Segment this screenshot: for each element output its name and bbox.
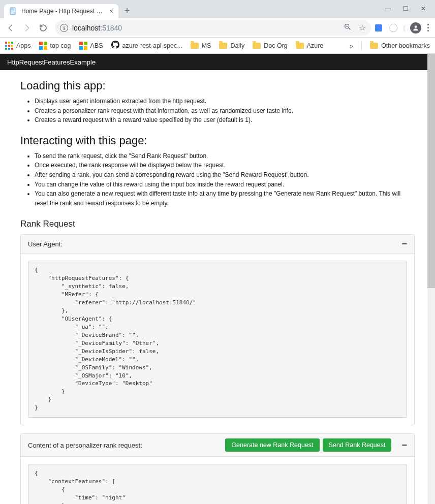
folder-icon	[253, 43, 261, 49]
svg-line-5	[349, 28, 350, 29]
folder-icon	[219, 43, 227, 49]
code-block-user-agent: { "httpRequestFeatures": { "_synthetic":…	[28, 261, 407, 418]
extension-icon[interactable]	[389, 24, 397, 32]
microsoft-icon	[79, 42, 87, 50]
bookmarks-bar: Apps top cog ABS azure-rest-api-spec... …	[0, 38, 435, 54]
folder-icon	[296, 43, 304, 49]
separator	[361, 41, 362, 50]
panel-header[interactable]: Content of a personalizer rank request: …	[21, 434, 414, 457]
bm-ms[interactable]: MS	[191, 42, 211, 49]
folder-icon	[191, 43, 199, 49]
bookmarks-overflow-icon[interactable]: »	[349, 42, 353, 50]
bm-label: top cog	[50, 42, 71, 49]
rank-request-heading: Rank Request	[20, 219, 415, 229]
url-text: localhost:51840	[72, 24, 339, 32]
address-bar[interactable]: i localhost:51840 ☆	[55, 20, 371, 36]
collapse-icon[interactable]: −	[401, 440, 407, 450]
close-window-icon[interactable]: ✕	[421, 5, 426, 12]
close-icon[interactable]: ×	[109, 8, 113, 15]
bm-doc-org[interactable]: Doc Org	[253, 42, 288, 49]
bm-other-bookmarks[interactable]: Other bookmarks	[370, 42, 430, 49]
separator: |	[403, 24, 405, 32]
window-controls: — ☐ ✕	[385, 5, 431, 18]
minimize-icon[interactable]: —	[385, 5, 391, 12]
generate-rank-button[interactable]: Generate new Rank Request	[225, 438, 319, 452]
maximize-icon[interactable]: ☐	[403, 5, 409, 12]
bm-azure[interactable]: Azure	[296, 42, 324, 49]
page-viewport: HttpRequestFeaturesExample Loading this …	[0, 54, 435, 504]
interacting-list: To send the rank request, click the "Sen…	[20, 151, 415, 208]
app-title: HttpRequestFeaturesExample	[7, 58, 96, 66]
svg-point-7	[415, 25, 417, 28]
list-item: You can also generate a new request with…	[35, 189, 415, 208]
app-header-bar: HttpRequestFeaturesExample	[0, 54, 435, 70]
list-item: Displays user agent information extracte…	[35, 97, 415, 106]
apps-shortcut[interactable]: Apps	[5, 42, 31, 50]
bm-label: Doc Org	[264, 42, 288, 49]
bm-top-cog[interactable]: top cog	[39, 42, 71, 50]
reader-extension-icon[interactable]	[375, 24, 382, 32]
bookmark-star-icon[interactable]: ☆	[359, 23, 366, 33]
code-block-rank-request: { "contextFeatures": [ { "time": "night"…	[28, 464, 407, 504]
list-item: You can change the value of this reward …	[35, 180, 415, 190]
scrollbar-track[interactable]	[427, 54, 435, 504]
tab-title: Home Page - Http Request Featu	[21, 8, 105, 15]
browser-chrome: Home Page - Http Request Featu × + — ☐ ✕…	[0, 0, 435, 54]
github-icon	[111, 41, 119, 50]
panel-actions: Generate new Rank Request Send Rank Requ…	[225, 438, 407, 452]
microsoft-icon	[39, 42, 47, 50]
profile-avatar-icon[interactable]	[410, 22, 421, 34]
forward-button[interactable]	[19, 20, 35, 36]
panel-user-agent: User Agent: − { "httpRequestFeatures": {…	[20, 234, 415, 425]
bm-label: ABS	[90, 42, 103, 49]
bm-daily[interactable]: Daily	[219, 42, 244, 49]
menu-kebab-icon[interactable]	[427, 24, 429, 32]
tab-favicon	[9, 7, 17, 15]
panel-header[interactable]: User Agent: −	[21, 235, 414, 254]
bm-label: Azure	[307, 42, 324, 49]
new-tab-button[interactable]: +	[118, 6, 133, 18]
svg-rect-3	[11, 11, 14, 11]
send-rank-button[interactable]: Send Rank Request	[323, 438, 392, 452]
panel-title: Content of a personalizer rank request:	[28, 442, 142, 449]
interacting-heading: Interacting with this page:	[20, 134, 415, 147]
reload-button[interactable]	[36, 20, 51, 36]
bm-azure-rest[interactable]: azure-rest-api-spec...	[111, 41, 182, 50]
loading-heading: Loading this app:	[20, 79, 415, 92]
panel-title: User Agent:	[28, 240, 63, 248]
back-button[interactable]	[3, 20, 18, 36]
browser-toolbar: i localhost:51840 ☆ |	[0, 18, 435, 38]
svg-rect-2	[11, 10, 14, 10]
tab-strip: Home Page - Http Request Featu × + — ☐ ✕	[0, 0, 435, 18]
panel-body: { "httpRequestFeatures": { "_synthetic":…	[21, 254, 414, 425]
list-item: Creates a personalizer rank request with…	[35, 106, 415, 116]
page-body: Loading this app: Displays user agent in…	[0, 70, 435, 504]
list-item: Creates a reward request with a reward v…	[35, 115, 415, 125]
panel-body: { "contextFeatures": [ { "time": "night"…	[21, 457, 414, 504]
svg-rect-1	[11, 9, 14, 9]
bm-label: Apps	[16, 42, 31, 49]
site-info-icon[interactable]: i	[60, 24, 68, 32]
panel-rank-request: Content of a personalizer rank request: …	[20, 433, 415, 504]
bm-abs[interactable]: ABS	[79, 42, 103, 50]
scrollbar-thumb[interactable]	[427, 54, 435, 288]
bm-label: azure-rest-api-spec...	[122, 42, 182, 49]
zoom-icon[interactable]	[344, 23, 352, 33]
bm-label: Daily	[230, 42, 244, 49]
folder-icon	[370, 43, 378, 49]
apps-grid-icon	[5, 42, 13, 50]
list-item: After sending a rank, you can send a cor…	[35, 170, 415, 180]
collapse-icon[interactable]: −	[401, 239, 407, 248]
list-item: Once executed, the rank response will be…	[35, 161, 415, 170]
bm-label: Other bookmarks	[381, 42, 430, 49]
browser-tab[interactable]: Home Page - Http Request Featu ×	[4, 4, 118, 18]
loading-list: Displays user agent information extracte…	[20, 97, 415, 125]
bm-label: MS	[202, 42, 211, 49]
list-item: To send the rank request, click the "Sen…	[35, 151, 415, 161]
